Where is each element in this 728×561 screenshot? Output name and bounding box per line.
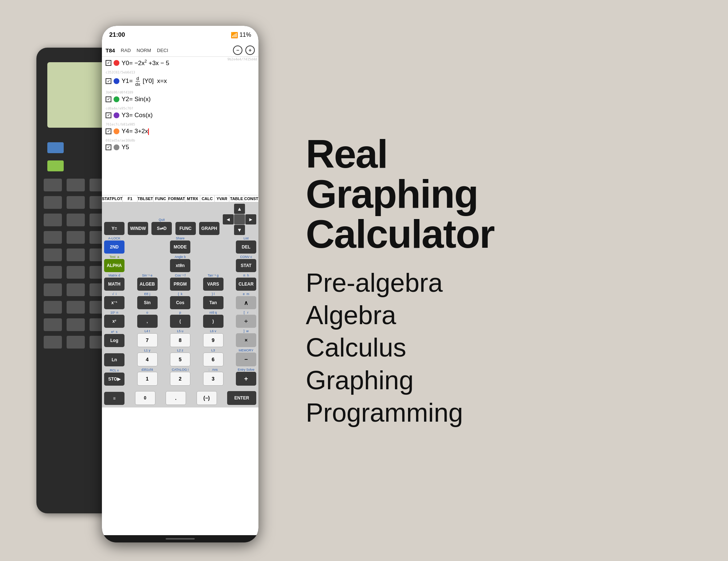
key-4[interactable]: 4: [137, 353, 158, 366]
menu-mtrx[interactable]: MTRX: [185, 195, 200, 202]
key-1[interactable]: 1: [137, 372, 158, 386]
key-stat[interactable]: STAT: [236, 259, 256, 272]
menu-table[interactable]: TABLE: [229, 195, 244, 202]
key-cell-vars: Tan⁻¹ g VARS: [203, 273, 223, 291]
hash-overlay-3: 3b6b90/d0f4189: [106, 91, 255, 94]
key-cell-5: L2 z 5: [170, 348, 190, 366]
y3-checkbox[interactable]: [106, 112, 111, 118]
calc-header-icons: − +: [233, 45, 255, 55]
arrow-right[interactable]: ►: [245, 214, 256, 224]
key-sto[interactable]: STO▶: [104, 373, 124, 386]
key-xthn[interactable]: xtθn: [170, 259, 190, 272]
key-menu[interactable]: ≡: [104, 392, 124, 405]
key-sublabel-memory: MEMORY: [239, 348, 253, 353]
y4-checkbox[interactable]: [106, 128, 111, 134]
key-cell-2: CATALOG i 2: [170, 367, 190, 386]
key-del[interactable]: DEL: [236, 240, 256, 254]
key-cos[interactable]: Cos: [170, 296, 190, 309]
key-5[interactable]: 5: [170, 353, 190, 366]
y5-checkbox[interactable]: [106, 144, 111, 150]
key-algeb[interactable]: ALGEB: [137, 278, 158, 291]
key-windw[interactable]: WINDW: [128, 222, 148, 235]
key-lparen[interactable]: (: [170, 315, 190, 328]
key-xinv[interactable]: x⁻¹: [104, 296, 124, 309]
phone-content: T84 RAD NORM DECI − + 9b2e4e4/7415d4d: [102, 44, 258, 535]
subtitle-algebra: Algebra: [306, 301, 699, 330]
key-xsq[interactable]: x²: [104, 315, 124, 328]
key-plus[interactable]: +: [236, 372, 256, 386]
key-cell-xinv: √ i x⁻¹: [104, 292, 124, 309]
key-ln[interactable]: Ln: [104, 353, 124, 366]
key-cell-enter: ENTER: [227, 387, 256, 405]
calc-mode-deci: DECI: [157, 48, 168, 53]
key-2nd[interactable]: 2ND: [104, 240, 124, 254]
key-div[interactable]: ÷: [236, 315, 256, 328]
menu-tblset[interactable]: TBLSET: [138, 195, 154, 202]
key-comma[interactable]: ,: [137, 315, 158, 328]
menu-func[interactable]: FUNC: [154, 195, 168, 202]
key-cell-mode: Share MODE: [170, 236, 190, 254]
key-func[interactable]: FUNC: [175, 222, 196, 235]
key-sublabel-angle-b: Angle b: [175, 255, 186, 259]
y0-dot: [114, 60, 119, 66]
key-sublabel-sqrt-i: √ i: [112, 292, 116, 296]
key-vars[interactable]: VARS: [203, 278, 223, 291]
ti84-green-button: [47, 160, 64, 171]
key-cell-std: Quit S⇌D: [151, 218, 172, 235]
key-9[interactable]: 9: [203, 333, 223, 347]
plus-circle-button[interactable]: +: [245, 45, 255, 55]
minus-circle-button[interactable]: −: [233, 45, 242, 55]
key-std[interactable]: S⇌D: [151, 222, 172, 235]
key-yeq[interactable]: Y=: [104, 222, 124, 235]
key-7[interactable]: 7: [137, 333, 158, 347]
menu-const[interactable]: CONST: [244, 195, 258, 202]
key-cell-0: 0: [135, 387, 155, 405]
key-6[interactable]: 6: [203, 353, 223, 366]
menu-statplot[interactable]: STATPLOT: [102, 195, 123, 202]
subtitle-prealgebra: Pre-algebra: [306, 268, 699, 297]
key-clear[interactable]: CLEAR: [236, 278, 256, 291]
key-enter[interactable]: ENTER: [227, 391, 256, 405]
key-sublabel-l6-v: L6 v: [210, 329, 216, 333]
menu-calc[interactable]: CALC: [200, 195, 215, 202]
menu-f1[interactable]: F1: [123, 195, 137, 202]
key-mode[interactable]: MODE: [170, 240, 190, 254]
key-cell-3: : Ans 3: [203, 367, 223, 386]
menu-format[interactable]: FORMAT: [168, 195, 185, 202]
key-0[interactable]: 0: [135, 391, 155, 405]
key-tan[interactable]: Tan: [203, 296, 223, 309]
status-right: 📶 11%: [231, 32, 251, 39]
key-graph[interactable]: GRAPH: [199, 222, 219, 235]
key-rparen[interactable]: ): [203, 315, 223, 328]
y2-checkbox[interactable]: [106, 96, 111, 102]
key-mul[interactable]: ×: [236, 333, 256, 347]
key-3[interactable]: 3: [203, 372, 223, 386]
key-sublabel-lbrace-k: { k: [178, 292, 183, 296]
key-2[interactable]: 2: [170, 372, 190, 386]
key-dot[interactable]: .: [166, 391, 186, 405]
key-prgm[interactable]: PRGM: [170, 278, 190, 291]
y4-dot: [114, 128, 119, 134]
y-editor: 9b2e4e4/7415d4d Y0= −2x2 +3x − 5 c352C02…: [102, 57, 258, 195]
menu-yvar[interactable]: YVAR: [215, 195, 229, 202]
key-caret[interactable]: ∧: [236, 296, 256, 309]
arrow-left[interactable]: ◄: [223, 214, 234, 224]
arrow-up[interactable]: ▲: [234, 204, 245, 214]
phone-status-bar: 21:00 📶 11%: [102, 26, 258, 44]
arrow-pad: ▲ ◄ ► ▼: [223, 204, 256, 235]
y0-checkbox[interactable]: [106, 60, 111, 66]
key-8[interactable]: 8: [170, 333, 190, 347]
key-sublabel-10x-n: 10ˣ n: [110, 310, 118, 315]
key-sublabel-j-w: ] w: [244, 329, 249, 333]
arrow-down[interactable]: ▼: [234, 225, 245, 235]
key-math[interactable]: MATH: [104, 278, 124, 291]
key-minus[interactable]: −: [236, 353, 256, 366]
key-log[interactable]: Log: [104, 334, 124, 347]
key-cell-log: e³ s Log: [104, 330, 124, 347]
key-negate[interactable]: (−): [197, 391, 217, 405]
key-cell-math: Matrix d MATH: [104, 273, 124, 291]
key-alpha[interactable]: ALPHA: [104, 259, 124, 272]
y1-checkbox[interactable]: [106, 78, 111, 84]
key-sin[interactable]: Sin: [137, 296, 158, 309]
key-cell-stat: CONV c STAT: [236, 255, 256, 272]
